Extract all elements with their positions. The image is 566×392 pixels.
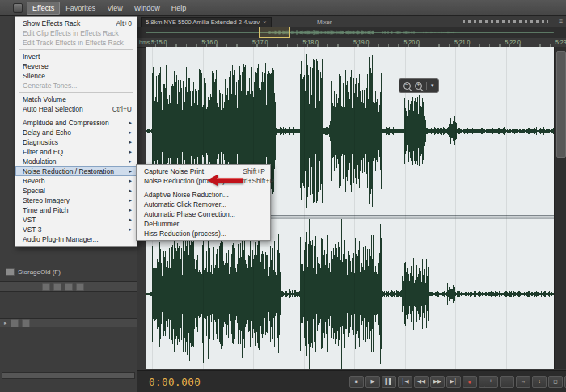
folder-icon[interactable]: [11, 319, 19, 327]
mixer-tab[interactable]: Mixer: [314, 18, 335, 27]
menu-favorites[interactable]: Favorites: [60, 2, 101, 15]
menu-item-time-and-pitch[interactable]: Time and Pitch▸: [15, 205, 137, 215]
menu-item-label: VST: [23, 216, 36, 224]
menu-item-label: Special: [23, 187, 45, 195]
new-file-icon[interactable]: [53, 283, 61, 291]
menu-item-diagnostics[interactable]: Diagnostics▸: [15, 137, 137, 147]
trash-icon[interactable]: [76, 283, 84, 291]
menu-item-generate-tones[interactable]: Generate Tones...: [15, 81, 137, 91]
move-previous-button[interactable]: │◀: [398, 376, 412, 388]
menu-item-filter-and-eq[interactable]: Filter and EQ▸: [15, 147, 137, 157]
insert-multitrack-icon[interactable]: [65, 283, 73, 291]
menu-item-automatic-phase-correction[interactable]: Automatic Phase Correction...: [137, 209, 270, 219]
record-button[interactable]: ●: [463, 376, 477, 388]
menu-item-reverse[interactable]: Reverse: [15, 61, 137, 71]
menu-item-label: Adaptive Noise Reduction...: [144, 191, 229, 199]
time-display: 0:00.000: [149, 376, 201, 388]
waveform-navigator[interactable]: [137, 27, 566, 39]
menu-item-label: Edit Clip Effects in Effects Rack: [23, 29, 119, 37]
menu-item-dehummer[interactable]: DeHummer...: [137, 219, 270, 229]
menu-item-invert[interactable]: Invert: [15, 52, 137, 61]
menu-item-vst-3[interactable]: VST 3▸: [15, 225, 137, 234]
menu-item-label: Time and Pitch: [23, 206, 68, 214]
submenu-caret-icon: ▸: [129, 120, 132, 126]
menu-item-label: Auto Heal Selection: [23, 105, 83, 113]
scrollbar-thumb[interactable]: [556, 51, 566, 158]
menu-item-modulation[interactable]: Modulation▸: [15, 157, 137, 166]
chevron-down-icon[interactable]: ▾: [431, 82, 434, 89]
panel-menu-icon[interactable]: ≡: [559, 17, 563, 25]
stop-button[interactable]: ■: [349, 376, 364, 388]
navigator-waveform: [146, 27, 554, 37]
file-tab-label: 5.8km NYE 5500 Amilia Extended 2-4.wav: [146, 19, 260, 26]
menu-item-edit-track-effects-in-effects-rack[interactable]: Edit Track Effects in Effects Rack: [15, 38, 137, 48]
list-view-icon[interactable]: [22, 319, 30, 327]
meter-ticks: [463, 20, 548, 23]
menu-view[interactable]: View: [101, 2, 128, 15]
submenu-caret-icon: ▸: [129, 149, 132, 155]
submenu-caret-icon: ▸: [129, 207, 132, 213]
menu-item-stereo-imagery[interactable]: Stereo Imagery▸: [15, 196, 137, 205]
menu-effects[interactable]: Effects: [27, 2, 60, 15]
files-panel-storage-item[interactable]: StorageOld (F): [6, 268, 61, 276]
zoom-vertical-button[interactable]: ↕: [532, 376, 547, 388]
menu-separator: [140, 188, 267, 188]
gridline: [354, 47, 355, 369]
zoom-in-icon[interactable]: +: [415, 82, 422, 90]
app-icon: [13, 3, 23, 13]
expand-triangle-icon[interactable]: ▸: [4, 320, 7, 326]
menu-help[interactable]: Help: [166, 2, 192, 15]
menu-item-amplitude-and-compression[interactable]: Amplitude and Compression▸: [15, 118, 137, 128]
waveform-channel-right[interactable]: [146, 219, 555, 369]
menu-item-label: Audio Plug-In Manager...: [23, 235, 99, 243]
hud-divider: [426, 82, 427, 90]
menu-item-auto-heal-selection[interactable]: Auto Heal SelectionCtrl+U: [15, 104, 137, 114]
menu-item-shortcut: Alt+0: [116, 19, 132, 27]
menu-item-vst[interactable]: VST▸: [15, 215, 137, 225]
pause-button[interactable]: ▌▌: [382, 376, 396, 388]
menu-item-label: Reverb: [23, 177, 44, 185]
menu-item-match-volume[interactable]: Match Volume: [15, 95, 137, 104]
menu-item-special[interactable]: Special▸: [15, 186, 137, 196]
ruler-tick-label: 5:23.0: [555, 40, 566, 45]
menu-item-hiss-reduction-process[interactable]: Hiss Reduction (process)...: [137, 229, 270, 238]
menu-item-show-effects-rack[interactable]: Show Effects RackAlt+0: [15, 19, 137, 28]
menu-item-label: Modulation: [23, 158, 57, 166]
annotation-arrow: [207, 175, 244, 186]
close-tab-icon[interactable]: ×: [263, 19, 267, 26]
zoom-horizontal-button[interactable]: ↔: [516, 376, 530, 388]
import-file-icon[interactable]: [42, 283, 50, 291]
storage-label: StorageOld (F): [18, 268, 61, 276]
navigator-selection-box[interactable]: [259, 27, 290, 38]
zoom-selection-button[interactable]: ◻: [548, 376, 563, 388]
menu-item-label: Delay and Echo: [23, 129, 71, 137]
menu-item-silence[interactable]: Silence: [15, 71, 137, 81]
transport-bar: 0:00.000 ■▶▌▌│◀◀◀▶▶▶│●↻ +−↔↕◻◻: [137, 370, 566, 392]
menu-item-adaptive-noise-reduction[interactable]: Adaptive Noise Reduction...: [137, 190, 270, 200]
menu-item-label: Invert: [23, 53, 40, 61]
move-next-button[interactable]: ▶│: [446, 376, 461, 388]
submenu-caret-icon: ▸: [129, 168, 132, 175]
play-button[interactable]: ▶: [365, 376, 380, 388]
editor-file-tab[interactable]: 5.8km NYE 5500 Amilia Extended 2-4.wav ×: [141, 17, 272, 27]
zoom-out-icon[interactable]: −: [403, 82, 411, 90]
menu-item-audio-plug-in-manager[interactable]: Audio Plug-In Manager...: [15, 234, 137, 244]
zoom-in-button[interactable]: +: [484, 376, 498, 388]
menu-item-automatic-click-remover[interactable]: Automatic Click Remover...: [137, 200, 270, 209]
menu-item-reverb[interactable]: Reverb▸: [15, 176, 137, 186]
menu-item-capture-noise-print[interactable]: Capture Noise PrintShift+P: [137, 166, 270, 176]
fast-forward-button[interactable]: ▶▶: [430, 376, 445, 388]
menu-item-label: Noise Reduction / Restoration: [23, 167, 114, 175]
vertical-scrollbar[interactable]: [554, 47, 566, 369]
menu-item-noise-reduction-restoration[interactable]: Noise Reduction / Restoration▸: [15, 166, 137, 176]
media-browser-header: ▸: [0, 318, 137, 327]
menu-item-noise-reduction-process[interactable]: Noise Reduction (process)...Ctrl+Shift+P: [137, 176, 270, 186]
transport-buttons: ■▶▌▌│◀◀◀▶▶▶│●↻: [349, 376, 493, 388]
menu-item-edit-clip-effects-in-effects-rack[interactable]: Edit Clip Effects in Effects Rack: [15, 28, 137, 38]
menu-item-label: Hiss Reduction (process)...: [144, 230, 226, 238]
rewind-button[interactable]: ◀◀: [414, 376, 429, 388]
submenu-caret-icon: ▸: [129, 217, 132, 223]
menu-window[interactable]: Window: [129, 2, 166, 15]
zoom-out-button[interactable]: −: [500, 376, 514, 388]
menu-item-delay-and-echo[interactable]: Delay and Echo▸: [15, 128, 137, 137]
